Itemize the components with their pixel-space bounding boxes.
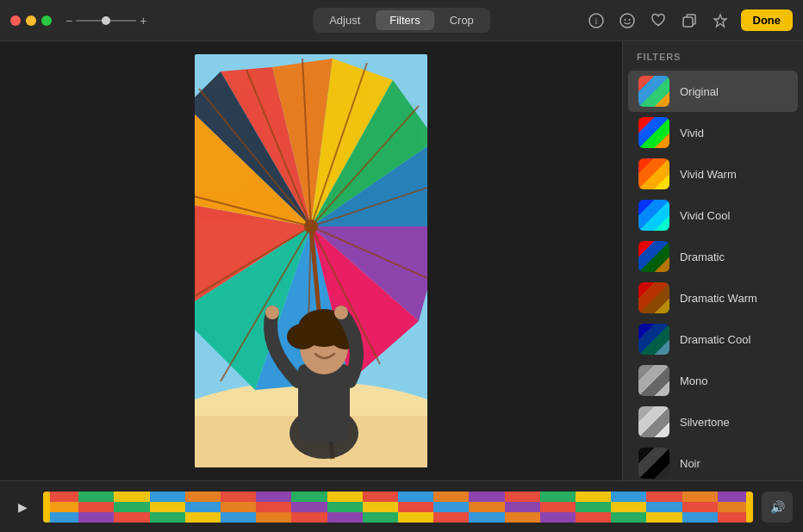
timeline-frames (43, 492, 753, 523)
filter-thumb-vivid-warm (638, 158, 669, 189)
tab-crop[interactable]: Crop (436, 10, 488, 30)
zoom-minus[interactable]: − (65, 14, 72, 28)
svg-rect-5 (683, 17, 693, 27)
timeline-frame (646, 492, 682, 523)
filter-thumb-dramatic-warm (638, 282, 669, 313)
filter-item-silvertone[interactable]: Silvertone (628, 401, 798, 442)
filter-label-dramatic-cool: Dramatic Cool (680, 333, 750, 346)
timeline-frame (221, 492, 256, 523)
timeline-frame (576, 492, 611, 523)
emoji-icon[interactable] (617, 10, 638, 31)
volume-button[interactable]: 🔊 (762, 492, 793, 523)
timeline-frame (398, 492, 433, 523)
volume-icon: 🔊 (770, 500, 785, 514)
bottom-bar: ▶ 🔊 (0, 480, 803, 532)
play-button[interactable]: ▶ (10, 495, 34, 519)
svg-point-29 (265, 306, 279, 319)
timeline-handle-right[interactable] (746, 492, 753, 523)
svg-point-3 (624, 19, 626, 21)
timeline-frame (505, 492, 540, 523)
timeline-frame (363, 492, 398, 523)
timeline-frame (150, 492, 185, 523)
filter-item-dramatic-cool[interactable]: Dramatic Cool (628, 319, 798, 360)
filter-thumb-vivid (638, 117, 669, 148)
filter-item-vivid-cool[interactable]: Vivid Cool (628, 195, 798, 236)
filter-thumb-dramatic (638, 241, 669, 272)
filter-item-vivid[interactable]: Vivid (628, 112, 798, 153)
zoom-slider-area: − + (65, 14, 146, 28)
filters-title: FILTERS (623, 52, 803, 71)
maximize-button[interactable] (41, 15, 52, 26)
filter-label-vivid: Vivid (680, 127, 704, 139)
filter-item-original[interactable]: Original (628, 71, 798, 112)
timeline-frame (433, 492, 469, 523)
timeline-frame (185, 492, 221, 523)
timeline-frame (469, 492, 504, 523)
filter-label-original: Original (680, 85, 719, 98)
timeline-frame (114, 492, 149, 523)
svg-point-22 (304, 220, 318, 233)
filter-label-dramatic-warm: Dramatic Warm (680, 292, 757, 305)
timeline-frame (540, 492, 576, 523)
timeline-frame (682, 492, 718, 523)
filter-label-vivid-warm: Vivid Warm (680, 168, 737, 181)
zoom-plus[interactable]: + (140, 14, 146, 28)
zoom-slider[interactable] (76, 20, 136, 22)
filter-item-noir[interactable]: Noir (628, 442, 798, 480)
filter-item-dramatic[interactable]: Dramatic (628, 236, 798, 277)
filter-label-dramatic: Dramatic (680, 251, 725, 263)
filter-label-noir: Noir (680, 457, 700, 470)
timeline-frame (256, 492, 291, 523)
photo-area (0, 41, 622, 480)
filters-panel: FILTERS Original Vivid Vivid Warm Vivid … (622, 41, 803, 480)
main-content: FILTERS Original Vivid Vivid Warm Vivid … (0, 41, 803, 480)
svg-point-27 (287, 324, 318, 350)
heart-icon[interactable] (648, 10, 669, 31)
svg-rect-24 (298, 364, 350, 442)
timeline-frame (327, 492, 363, 523)
svg-point-30 (334, 306, 348, 319)
tab-adjust[interactable]: Adjust (315, 10, 374, 30)
toolbar-actions: i Done (586, 9, 794, 31)
close-button[interactable] (10, 15, 21, 26)
timeline-frame (291, 492, 327, 523)
filter-label-mono: Mono (680, 374, 708, 387)
timeline-frame (611, 492, 646, 523)
filter-label-silvertone: Silvertone (680, 416, 730, 429)
tab-filters[interactable]: Filters (376, 10, 433, 30)
svg-text:i: i (594, 16, 597, 26)
filter-item-dramatic-warm[interactable]: Dramatic Warm (628, 277, 798, 319)
filter-thumb-noir (638, 448, 669, 479)
filter-item-mono[interactable]: Mono (628, 360, 798, 401)
done-button[interactable]: Done (741, 9, 794, 31)
photo-container (195, 54, 427, 467)
timeline-handle-left[interactable] (43, 492, 50, 523)
filter-thumb-dramatic-cool (638, 324, 669, 355)
svg-point-4 (628, 19, 630, 21)
traffic-lights (10, 15, 52, 26)
duplicate-icon[interactable] (679, 10, 700, 31)
timeline-frame (78, 492, 114, 523)
filter-thumb-original (638, 76, 669, 107)
filter-thumb-silvertone (638, 406, 669, 437)
toolbar-tabs: Adjust Filters Crop (313, 8, 490, 33)
zoom-thumb[interactable] (102, 16, 110, 25)
filter-label-vivid-cool: Vivid Cool (680, 209, 730, 222)
info-icon[interactable]: i (586, 10, 607, 31)
timeline[interactable] (43, 492, 753, 523)
svg-point-2 (620, 14, 634, 28)
filter-item-vivid-warm[interactable]: Vivid Warm (628, 153, 798, 195)
minimize-button[interactable] (26, 15, 36, 26)
filter-thumb-mono (638, 365, 669, 396)
star-icon[interactable] (710, 10, 731, 31)
titlebar: − + Adjust Filters Crop i (0, 0, 803, 41)
filter-thumb-vivid-cool (638, 200, 669, 231)
